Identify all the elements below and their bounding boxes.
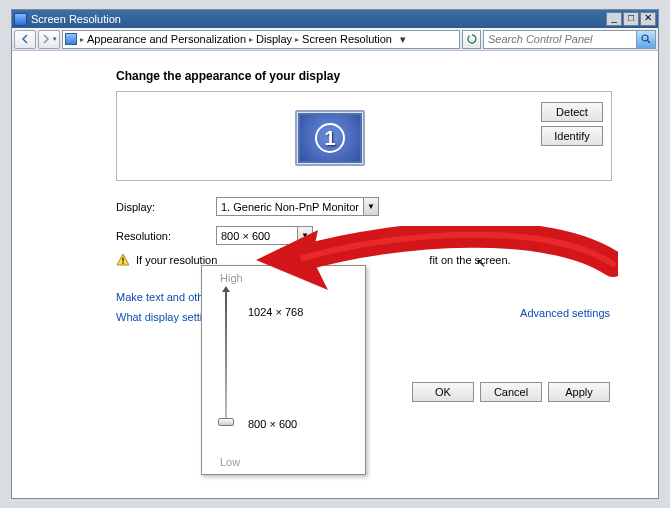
search-input[interactable] [484, 33, 636, 45]
maximize-button[interactable]: □ [623, 12, 639, 26]
window-buttons: _ □ ✕ [606, 12, 656, 26]
resolution-label: Resolution: [116, 230, 212, 242]
chevron-down-icon: ▼ [297, 227, 312, 244]
search-box [483, 30, 656, 49]
resolution-value: 800 × 600 [221, 230, 270, 242]
make-text-link[interactable]: Make text and other i [116, 291, 658, 303]
toolbar: ▾ ▸ Appearance and Personalization ▸ Dis… [12, 28, 658, 51]
cancel-button[interactable]: Cancel [480, 382, 542, 402]
titlebar[interactable]: Screen Resolution _ □ ✕ [12, 10, 658, 28]
address-dropdown-icon[interactable]: ▾ [395, 33, 411, 46]
chevron-icon: ▸ [249, 35, 253, 44]
refresh-button[interactable] [462, 30, 481, 49]
back-button[interactable] [14, 30, 36, 49]
address-bar[interactable]: ▸ Appearance and Personalization ▸ Displ… [62, 30, 460, 49]
detect-button[interactable]: Detect [541, 102, 603, 122]
resolution-row: Resolution: 800 × 600 ▼ [116, 226, 658, 245]
resolution-combobox[interactable]: 800 × 600 ▼ [216, 226, 313, 245]
svg-point-0 [642, 35, 648, 41]
svg-rect-2 [122, 258, 123, 262]
display-combobox[interactable]: 1. Generic Non-PnP Monitor ▼ [216, 197, 379, 216]
monitor-preview-box: 1 Detect Identify [116, 91, 612, 181]
apply-button[interactable]: Apply [548, 382, 610, 402]
slider-high-label: High [220, 272, 243, 284]
breadcrumb[interactable]: Display [256, 33, 292, 45]
chevron-icon: ▸ [295, 35, 299, 44]
ok-button[interactable]: OK [412, 382, 474, 402]
display-value: 1. Generic Non-PnP Monitor [221, 201, 359, 213]
page-heading: Change the appearance of your display [116, 69, 658, 83]
resolution-slider[interactable] [221, 292, 231, 424]
breadcrumb[interactable]: Screen Resolution [302, 33, 392, 45]
resolution-option-800[interactable]: 800 × 600 [248, 418, 297, 430]
resolution-dropdown-panel: High 1024 × 768 800 × 600 Low [201, 265, 366, 475]
display-row: Display: 1. Generic Non-PnP Monitor ▼ [116, 197, 658, 216]
chevron-down-icon: ▼ [363, 198, 378, 215]
resolution-option-1024[interactable]: 1024 × 768 [248, 306, 303, 318]
monitor-thumbnail[interactable]: 1 [295, 110, 365, 166]
breadcrumb[interactable]: Appearance and Personalization [87, 33, 246, 45]
warning-icon [116, 253, 130, 267]
window-title: Screen Resolution [31, 13, 606, 25]
close-button[interactable]: ✕ [640, 12, 656, 26]
search-button[interactable] [636, 31, 655, 48]
monitor-screen: 1 [300, 115, 360, 161]
display-label: Display: [116, 201, 212, 213]
dialog-buttons: OK Cancel Apply [412, 382, 610, 402]
minimize-button[interactable]: _ [606, 12, 622, 26]
slider-track [225, 292, 227, 424]
svg-line-1 [648, 41, 651, 44]
monitor-icon [65, 33, 77, 45]
window-icon [14, 13, 27, 26]
svg-rect-3 [122, 263, 123, 264]
slider-low-label: Low [220, 456, 240, 468]
warning-text-suffix: fit on the screen. [429, 254, 510, 266]
slider-thumb[interactable] [218, 418, 234, 426]
monitor-number: 1 [315, 123, 345, 153]
warning-row: If your resolution fit on the screen. [116, 253, 658, 267]
forward-button[interactable]: ▾ [38, 30, 60, 49]
identify-button[interactable]: Identify [541, 126, 603, 146]
chevron-icon: ▸ [80, 35, 84, 44]
advanced-settings-link[interactable]: Advanced settings [520, 307, 610, 319]
